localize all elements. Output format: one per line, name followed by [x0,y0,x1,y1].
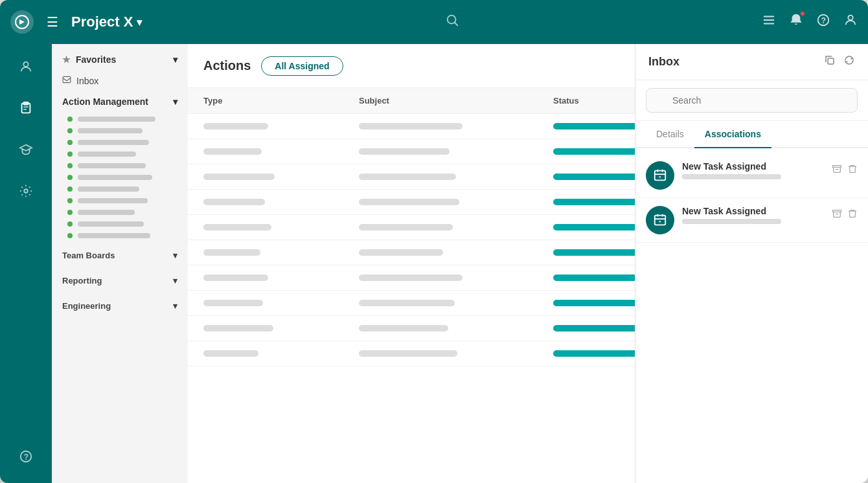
list-item[interactable] [52,160,188,172]
list-item[interactable] [52,195,188,207]
inbox-panel: Inbox [635,44,868,483]
inbox-panel-header: Inbox [635,44,868,80]
table-row[interactable] [188,164,635,190]
settings-icon-button[interactable] [14,179,38,207]
svg-rect-29 [655,216,666,225]
refresh-icon[interactable] [843,54,855,69]
svg-rect-5 [764,23,775,25]
sidebar-icons: ? [0,44,52,483]
inbox-items-list: New Task Assigned [635,148,868,483]
table-row[interactable] [188,190,635,215]
list-item[interactable] [52,172,188,183]
svg-point-15 [24,189,28,193]
content-table: Type Subject Status Messa [188,88,635,483]
inbox-item-subtitle [682,219,781,224]
status-dot [67,140,73,145]
inbox-nav-item[interactable]: Inbox [52,70,188,91]
bottom-help-icon-button[interactable]: ? [14,444,38,473]
table-row[interactable] [188,215,635,240]
svg-text:?: ? [821,16,826,25]
inbox-item-title: New Task Assigned [682,161,824,172]
svg-line-2 [455,23,457,25]
tab-associations[interactable]: Associations [694,121,771,148]
svg-rect-22 [655,171,666,181]
table-row[interactable] [188,240,635,265]
action-management-header[interactable]: Action Management ▾ [52,91,188,112]
archive-icon[interactable] [832,208,842,221]
status-dot [67,198,73,203]
list-item[interactable] [52,125,188,137]
table-row[interactable] [188,114,635,139]
tab-details[interactable]: Details [646,121,694,148]
inbox-panel-title: Inbox [648,55,680,69]
col-type: Type [203,96,359,106]
team-boards-chevron: ▾ [173,251,177,260]
svg-rect-19 [828,58,834,64]
project-name: Project X [71,14,133,30]
list-item[interactable] [52,218,188,230]
people-icon-button[interactable] [14,54,38,83]
inbox-item[interactable]: New Task Assigned [635,153,868,198]
main-body: ? ★ Favorites ▾ [0,44,868,483]
user-profile-button[interactable] [843,13,858,31]
list-item[interactable] [52,113,188,125]
copy-icon[interactable] [824,54,836,69]
delete-icon[interactable] [847,164,858,177]
notifications-button[interactable] [789,13,803,31]
list-item[interactable] [52,137,188,148]
reporting-header[interactable]: Reporting ▾ [62,271,177,291]
table-row[interactable] [188,265,635,291]
team-boards-section: Team Boards ▾ [52,243,188,268]
team-boards-header[interactable]: Team Boards ▾ [62,245,177,265]
team-boards-label: Team Boards [62,251,115,260]
table-row[interactable] [188,316,635,341]
table-row[interactable] [188,341,635,366]
inbox-nav-label: Inbox [76,76,98,86]
search-area [150,13,754,31]
list-item[interactable] [52,183,188,195]
svg-rect-27 [832,166,841,168]
star-icon: ★ [62,54,71,65]
status-dot [67,233,73,238]
delete-icon[interactable] [847,208,858,221]
svg-rect-3 [764,16,775,17]
list-item[interactable] [52,148,188,160]
inbox-tabs: Details Associations [635,121,868,148]
table-row[interactable] [188,291,635,316]
status-dot [67,210,73,215]
tab-all-assigned[interactable]: All Assigned [261,56,343,76]
engineering-header[interactable]: Engineering ▾ [62,296,177,316]
status-dot [67,175,73,180]
status-dot [67,221,73,227]
status-dot [67,117,73,122]
inbox-search-input[interactable] [646,88,858,113]
reporting-section: Reporting ▾ [52,268,188,293]
favorites-header[interactable]: ★ Favorites ▾ [52,49,188,70]
favorites-chevron: ▾ [173,54,177,65]
inbox-item-icon [646,161,674,190]
app-container: ☰ Project X ▾ [0,0,868,483]
project-selector[interactable]: Project X ▾ [71,14,142,30]
inbox-item-actions [832,206,858,221]
list-item[interactable] [52,230,188,242]
help-button[interactable]: ? [816,13,830,31]
topnav-actions: ? [762,13,858,31]
inbox-item-subtitle [682,174,781,179]
archive-icon[interactable] [832,164,842,177]
svg-text:?: ? [24,453,29,462]
inbox-item-content: New Task Assigned [682,206,824,224]
app-logo [10,10,34,34]
status-dot [67,152,73,157]
list-item[interactable] [52,207,188,218]
hamburger-button[interactable]: ☰ [41,12,63,32]
clipboard-icon-button[interactable] [14,96,38,124]
inbox-item[interactable]: New Task Assigned [635,198,868,243]
list-view-button[interactable] [762,13,776,31]
graduation-icon-button[interactable] [14,137,38,166]
inbox-item-icon [646,206,674,234]
notification-badge [799,10,806,17]
col-status: Status [553,96,635,106]
svg-rect-18 [63,76,71,82]
table-row[interactable] [188,139,635,164]
reporting-label: Reporting [62,276,102,286]
